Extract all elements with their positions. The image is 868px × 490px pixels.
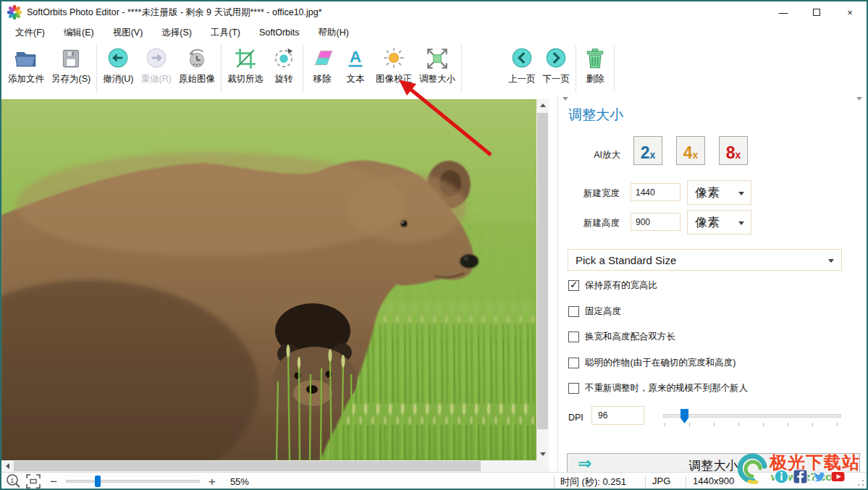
resize-button[interactable]: 调整大小 xyxy=(416,42,459,95)
standard-size-dropdown[interactable]: Pick a Standard Size xyxy=(568,249,842,271)
dpi-slider[interactable] xyxy=(663,405,841,427)
checkbox-fixed-height[interactable]: 固定高度 xyxy=(568,305,621,318)
delete-button[interactable]: 删除 xyxy=(578,42,612,95)
status-bar: 1 − + 55% 时间 (秒): 0.251 JPG 1440x900 xyxy=(1,472,867,490)
new-height-input[interactable] xyxy=(631,213,681,231)
save-as-button[interactable]: 另存为(S) xyxy=(48,42,94,95)
fit-to-screen-icon[interactable] xyxy=(25,473,41,489)
close-button[interactable]: × xyxy=(833,1,867,23)
menu-view[interactable]: 视图(V) xyxy=(104,23,153,42)
panel-title: 调整大小 xyxy=(568,106,623,124)
window-title: SoftOrbits Photo Editor - ****未注册版 - 剩余 … xyxy=(27,7,322,19)
scroll-up-button[interactable] xyxy=(536,99,549,111)
zoom-slider-thumb[interactable] xyxy=(95,476,101,487)
text-a-icon: A xyxy=(342,46,368,72)
zoom-in-button[interactable]: + xyxy=(208,476,216,488)
horizontal-scroll-thumb[interactable] xyxy=(14,461,481,471)
width-unit-dropdown[interactable]: 像素 xyxy=(687,180,751,205)
toolbar: 添加文件 另存为(S) 撤消(U) xyxy=(4,42,617,95)
toolbar-separator xyxy=(461,44,462,93)
zoom-slider[interactable] xyxy=(66,476,200,487)
toolbar-separator xyxy=(221,44,222,93)
zoom-100-icon[interactable]: 1 xyxy=(6,473,22,489)
checkbox-no-upscale[interactable]: 不重新调整时，原来的规模不到那个新人 xyxy=(568,381,748,394)
new-width-input[interactable] xyxy=(631,183,681,201)
menu-file[interactable]: 文件(F) xyxy=(6,23,54,42)
next-page-button[interactable]: 下一页 xyxy=(539,42,573,95)
undo-icon xyxy=(105,46,131,72)
zoom-percent-value: 55% xyxy=(230,476,249,487)
resize-panel: 调整大小 AI放大 2x 4x 8x 新建宽度 像素 新建高度 像素 Pick … xyxy=(557,96,867,472)
dpi-slider-track[interactable] xyxy=(663,414,841,418)
vertical-scrollbar[interactable] xyxy=(536,99,549,460)
dpi-input[interactable] xyxy=(591,406,644,425)
resize-arrows-icon xyxy=(424,46,450,72)
checkbox-swap-width-height[interactable]: 换宽和高度配合双方长 xyxy=(568,330,675,343)
panel-scroll-hint-icon xyxy=(562,97,568,101)
title-bar: SoftOrbits Photo Editor - ****未注册版 - 剩余 … xyxy=(1,1,867,23)
chevron-down-icon xyxy=(828,259,834,263)
statusbar-divider xyxy=(645,476,646,488)
trash-icon xyxy=(582,46,608,72)
undo-button[interactable]: 撤消(U) xyxy=(99,42,137,95)
menu-softorbits[interactable]: SoftOrbits xyxy=(250,23,309,42)
chevron-down-icon xyxy=(738,192,744,195)
toolbar-spacer xyxy=(464,42,505,95)
menu-help[interactable]: 帮助(H) xyxy=(309,23,358,42)
checkbox-smart-crop[interactable]: 聪明的作物(由于在确切的宽度和高度) xyxy=(568,356,736,369)
ai-upscale-8x-button[interactable]: 8x xyxy=(719,136,748,165)
menu-tools[interactable]: 工具(T) xyxy=(201,23,250,42)
app-window: SoftOrbits Photo Editor - ****未注册版 - 剩余 … xyxy=(0,0,868,490)
crop-selection-button[interactable]: 裁切所选 xyxy=(224,42,267,95)
remove-button[interactable]: 移除 xyxy=(306,42,339,95)
apply-resize-button[interactable]: ⇒ 调整大小 xyxy=(567,453,860,472)
checkbox-keep-aspect-ratio[interactable]: 保持原有的宽高比 xyxy=(568,279,657,292)
next-page-icon xyxy=(543,46,569,72)
zoom-out-button[interactable]: − xyxy=(50,476,57,488)
chevron-down-icon xyxy=(738,221,744,225)
ai-upscale-4x-button[interactable]: 4x xyxy=(676,136,705,165)
scroll-left-button[interactable] xyxy=(1,460,13,472)
ai-upscale-2x-button[interactable]: 2x xyxy=(633,136,662,165)
height-unit-dropdown[interactable]: 像素 xyxy=(687,210,751,235)
maximize-icon xyxy=(813,9,820,16)
processing-time-value: 时间 (秒): 0.251 xyxy=(560,476,626,489)
floppy-save-icon xyxy=(58,46,84,72)
ai-upscale-label: AI放大 xyxy=(558,149,620,161)
svg-text:1: 1 xyxy=(10,476,14,484)
menu-edit[interactable]: 编辑(E) xyxy=(54,23,104,42)
previous-page-button[interactable]: 上一页 xyxy=(505,42,539,95)
redo-button[interactable]: 重做(R) xyxy=(138,42,175,95)
resize-grip[interactable] xyxy=(857,479,864,486)
new-height-label: 新建高度 xyxy=(583,217,627,229)
toolbar-separator xyxy=(576,44,576,93)
eraser-icon xyxy=(309,46,335,72)
dpi-slider-thumb[interactable] xyxy=(681,409,688,423)
image-correction-button[interactable]: 图像校正 xyxy=(372,42,416,95)
svg-text:A: A xyxy=(350,48,361,66)
rotate-button[interactable]: 旋转 xyxy=(267,42,300,95)
sun-brightness-icon xyxy=(381,46,407,72)
image-dimensions-value: 1440x900 xyxy=(693,476,734,486)
dpi-label: DPI xyxy=(568,413,583,423)
statusbar-divider xyxy=(686,476,686,488)
maximize-button[interactable] xyxy=(800,1,833,23)
scrollbar-corner xyxy=(536,460,549,472)
toolbar-separator xyxy=(614,44,615,93)
new-width-label: 新建宽度 xyxy=(583,187,627,200)
checkbox-icon xyxy=(568,280,579,291)
horizontal-scrollbar[interactable] xyxy=(1,460,549,472)
checkbox-icon xyxy=(568,383,579,394)
text-button[interactable]: A 文本 xyxy=(339,42,372,95)
vertical-scroll-thumb[interactable] xyxy=(537,113,548,429)
menu-select[interactable]: 选择(S) xyxy=(152,23,201,42)
add-files-button[interactable]: 添加文件 xyxy=(4,42,48,95)
zoom-slider-track[interactable] xyxy=(66,480,200,483)
original-image-button[interactable]: 原始图像 xyxy=(175,42,219,95)
scroll-down-button[interactable] xyxy=(536,448,549,460)
checkbox-icon xyxy=(568,331,579,342)
image-canvas[interactable] xyxy=(1,99,536,460)
minimize-button[interactable]: — xyxy=(767,1,800,23)
photo-bear-in-grass xyxy=(1,99,536,460)
rotate-icon xyxy=(271,46,297,72)
